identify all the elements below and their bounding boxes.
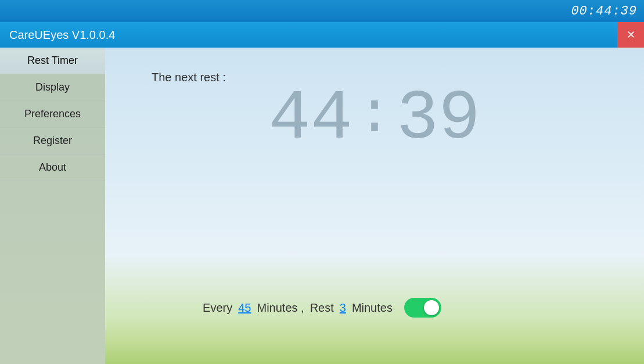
sidebar-item-preferences[interactable]: Preferences bbox=[0, 101, 105, 128]
app-title: CareUEyes V1.0.0.4 bbox=[9, 28, 115, 42]
clock-colon-separator: : bbox=[357, 87, 392, 145]
sidebar-item-rest-timer[interactable]: Rest Timer bbox=[0, 48, 105, 74]
sidebar-item-register[interactable]: Register bbox=[0, 128, 105, 154]
main-content: The next rest : 44 : 39 bbox=[105, 48, 644, 364]
system-clock: 00:44:39 bbox=[571, 4, 637, 19]
top-bar: 00:44:39 bbox=[0, 0, 644, 22]
clock-hours: 44 bbox=[269, 84, 352, 154]
next-rest-label: The next rest : bbox=[152, 71, 226, 84]
sidebar-item-display[interactable]: Display bbox=[0, 74, 105, 101]
clock-minutes: 39 bbox=[397, 84, 480, 154]
sidebar: Rest Timer Display Preferences Register … bbox=[0, 48, 105, 364]
close-button[interactable]: ✕ bbox=[617, 22, 644, 48]
sidebar-item-about[interactable]: About bbox=[0, 154, 105, 181]
title-bar: CareUEyes V1.0.0.4 ✕ bbox=[0, 22, 644, 48]
rest-timer-clock: 44 : 39 bbox=[269, 84, 480, 154]
